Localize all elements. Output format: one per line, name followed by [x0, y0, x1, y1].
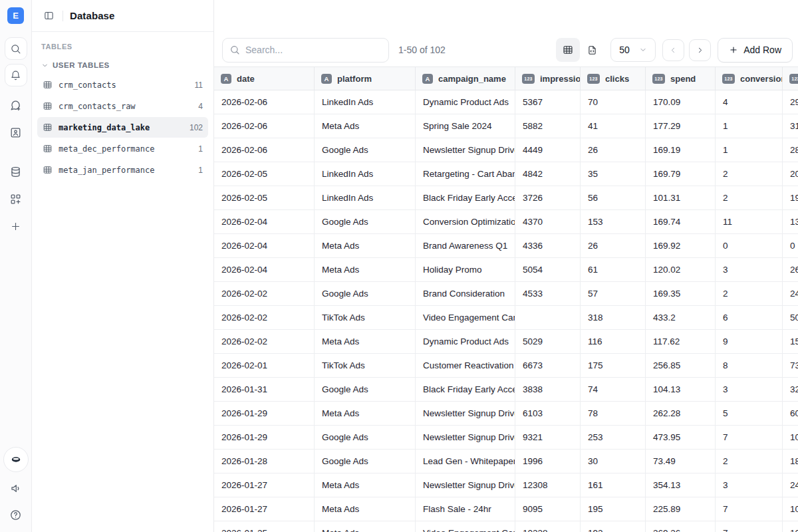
- table-cell[interactable]: Spring Sale 2024: [416, 114, 515, 138]
- table-cell[interactable]: 35: [581, 162, 646, 186]
- table-cell[interactable]: 2: [716, 186, 783, 209]
- table-row[interactable]: 2026-02-02Google AdsBrand Consideration4…: [214, 282, 798, 306]
- table-cell[interactable]: 4842: [515, 162, 581, 186]
- table-cell[interactable]: 11: [716, 210, 783, 233]
- table-cell[interactable]: 181: [783, 450, 798, 473]
- table-cell[interactable]: 208: [783, 162, 798, 186]
- column-header-platform[interactable]: A platform: [315, 67, 416, 90]
- table-cell[interactable]: 78: [581, 402, 646, 425]
- table-cell[interactable]: 322: [783, 378, 798, 401]
- table-cell[interactable]: 290: [783, 90, 798, 114]
- table-cell[interactable]: LinkedIn Ads: [315, 186, 416, 209]
- table-cell[interactable]: Retargeting - Cart Abandoners: [416, 162, 515, 186]
- table-cell[interactable]: 120.02: [646, 258, 716, 281]
- table-cell[interactable]: 733: [783, 354, 798, 377]
- table-cell[interactable]: 2026-02-06: [214, 114, 315, 138]
- table-cell[interactable]: 26: [581, 234, 646, 257]
- page-size-select[interactable]: 50: [610, 38, 656, 62]
- table-cell[interactable]: Google Ads: [315, 378, 416, 401]
- table-row[interactable]: 2026-01-27Meta AdsNewsletter Signup Driv…: [214, 473, 798, 497]
- table-cell[interactable]: Meta Ads: [315, 114, 416, 138]
- table-cell[interactable]: 7: [716, 426, 783, 449]
- previous-page-button[interactable]: [662, 39, 684, 61]
- table-row[interactable]: 2026-01-31Google AdsBlack Friday Early A…: [214, 378, 798, 402]
- table-cell[interactable]: 3: [716, 378, 783, 401]
- table-row[interactable]: 2026-02-06Google AdsNewsletter Signup Dr…: [214, 138, 798, 162]
- contacts-button[interactable]: [5, 122, 27, 143]
- table-cell[interactable]: 7: [716, 521, 783, 532]
- table-cell[interactable]: 243: [783, 473, 798, 497]
- column-header-conversions[interactable]: 123 conversions: [716, 67, 783, 90]
- table-cell[interactable]: Black Friday Early Access: [416, 186, 515, 209]
- help-button[interactable]: [5, 504, 27, 525]
- table-cell[interactable]: Brand Awareness Q1: [416, 234, 515, 257]
- column-header-date[interactable]: A date: [214, 67, 315, 90]
- table-cell[interactable]: Meta Ads: [315, 497, 416, 521]
- table-cell[interactable]: Black Friday Early Access: [416, 378, 515, 401]
- table-cell[interactable]: 2026-02-04: [214, 234, 315, 257]
- table-cell[interactable]: Video Engagement Campaign: [416, 306, 515, 329]
- table-cell[interactable]: 2026-01-29: [214, 426, 315, 449]
- sidebar-item-meta_dec_performance[interactable]: meta_dec_performance 1: [37, 138, 208, 159]
- table-cell[interactable]: 169.19: [646, 138, 716, 162]
- table-cell[interactable]: 73.49: [646, 450, 716, 473]
- user-tables-group[interactable]: USER TABLES: [32, 55, 213, 73]
- table-row[interactable]: 2026-02-02TikTok AdsVideo Engagement Cam…: [214, 306, 798, 330]
- table-cell[interactable]: TikTok Ads: [315, 354, 416, 377]
- table-cell[interactable]: 433.2: [646, 306, 716, 329]
- table-cell[interactable]: 177.29: [646, 114, 716, 138]
- table-cell[interactable]: 61: [581, 258, 646, 281]
- table-cell[interactable]: 5029: [515, 330, 581, 353]
- table-cell[interactable]: 2: [716, 162, 783, 186]
- database-nav-button[interactable]: [5, 161, 27, 182]
- table-cell[interactable]: Newsletter Signup Drive: [416, 426, 515, 449]
- table-row[interactable]: 2026-02-04Meta AdsHoliday Promo505461120…: [214, 258, 798, 282]
- table-row[interactable]: 2026-02-01TikTok AdsCustomer Reactivatio…: [214, 354, 798, 378]
- table-row[interactable]: 2026-02-04Google AdsConversion Optimizat…: [214, 210, 798, 234]
- table-cell[interactable]: Google Ads: [315, 450, 416, 473]
- table-cell[interactable]: 57: [581, 282, 646, 305]
- table-cell[interactable]: 9095: [515, 497, 581, 521]
- table-cell[interactable]: 256.85: [646, 354, 716, 377]
- table-cell[interactable]: 225.89: [646, 497, 716, 521]
- table-cell[interactable]: 169.35: [646, 282, 716, 305]
- table-cell[interactable]: 3: [716, 473, 783, 497]
- table-cell[interactable]: 116: [581, 330, 646, 353]
- record-view-button[interactable]: [580, 38, 604, 62]
- table-cell[interactable]: 5367: [515, 90, 581, 114]
- table-cell[interactable]: 4370: [515, 210, 581, 233]
- table-view-button[interactable]: [556, 38, 580, 62]
- table-cell[interactable]: 2026-01-29: [214, 402, 315, 425]
- column-header-campaign_name[interactable]: A campaign_name: [416, 67, 515, 90]
- column-header-spend[interactable]: 123 spend: [646, 67, 716, 90]
- table-cell[interactable]: 289: [783, 138, 798, 162]
- announcements-button[interactable]: [5, 477, 27, 499]
- table-cell[interactable]: 10238: [515, 521, 581, 532]
- table-cell[interactable]: Newsletter Signup Drive: [416, 138, 515, 162]
- apps-button[interactable]: [5, 188, 27, 209]
- table-row[interactable]: 2026-01-29Meta AdsNewsletter Signup Driv…: [214, 402, 798, 426]
- table-row[interactable]: 2026-02-02Meta AdsDynamic Product Ads502…: [214, 330, 798, 354]
- table-cell[interactable]: 2: [716, 282, 783, 305]
- table-cell[interactable]: [515, 306, 581, 329]
- table-cell[interactable]: 0: [783, 234, 798, 257]
- table-cell[interactable]: 1: [716, 138, 783, 162]
- table-cell[interactable]: 2026-02-06: [214, 90, 315, 114]
- workspace-logo[interactable]: E: [7, 7, 24, 24]
- table-cell[interactable]: 8: [716, 354, 783, 377]
- table-cell[interactable]: 2026-02-06: [214, 138, 315, 162]
- table-cell[interactable]: 195: [581, 497, 646, 521]
- next-page-button[interactable]: [689, 39, 711, 61]
- table-cell[interactable]: 269: [783, 258, 798, 281]
- table-row[interactable]: 2026-01-28Google AdsLead Gen - Whitepape…: [214, 450, 798, 473]
- table-cell[interactable]: 2026-02-02: [214, 282, 315, 305]
- table-cell[interactable]: 106: [783, 497, 798, 521]
- table-cell[interactable]: Meta Ads: [315, 473, 416, 497]
- table-cell[interactable]: 26: [581, 138, 646, 162]
- table-cell[interactable]: 4449: [515, 138, 581, 162]
- table-cell[interactable]: 2026-01-27: [214, 473, 315, 497]
- sidebar-item-crm_contacts[interactable]: crm_contacts 11: [37, 74, 208, 95]
- table-cell[interactable]: Flash Sale - 24hr: [416, 497, 515, 521]
- table-cell[interactable]: 70: [581, 90, 646, 114]
- table-cell[interactable]: TikTok Ads: [315, 306, 416, 329]
